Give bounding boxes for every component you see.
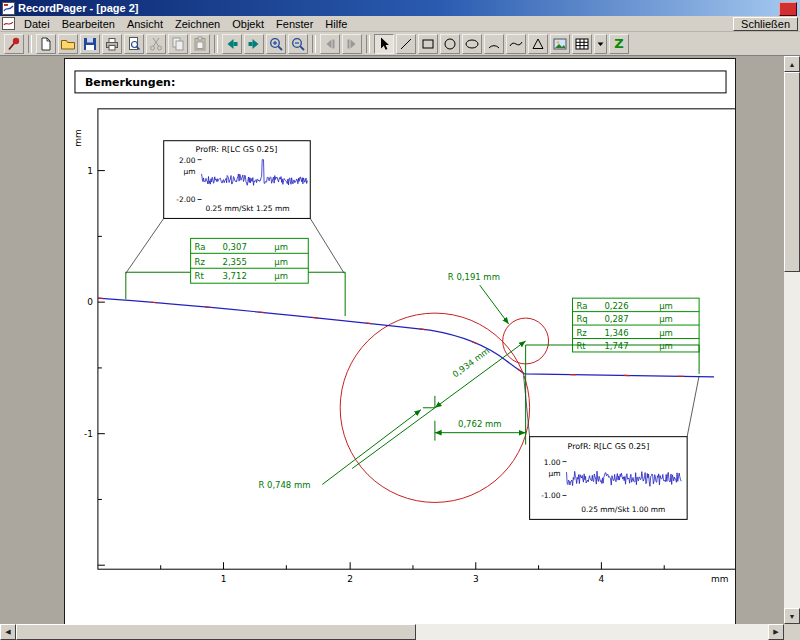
param-unit: µm xyxy=(274,257,288,267)
pin-icon xyxy=(6,36,22,52)
scroll-up-button[interactable]: ▲ xyxy=(784,56,800,72)
document-icon[interactable] xyxy=(2,17,15,30)
print-button[interactable] xyxy=(102,34,122,54)
arc-tool-button[interactable] xyxy=(484,34,504,54)
svg-text:R 0,748 mm: R 0,748 mm xyxy=(258,480,310,490)
y-axis-unit: mm xyxy=(73,129,83,146)
vertical-scroll-thumb[interactable] xyxy=(784,72,800,272)
save-floppy-icon xyxy=(82,36,98,52)
inset-ymin: -1.00 xyxy=(541,491,561,500)
param-value: 3,712 xyxy=(223,271,247,281)
fitted-circles[interactable] xyxy=(340,313,548,502)
curve-tool-button[interactable] xyxy=(506,34,526,54)
zoom-in-icon xyxy=(268,36,284,52)
inset-xlabel: 0.25 mm/Skt 1.25 mm xyxy=(205,204,289,213)
new-document-button[interactable] xyxy=(36,34,56,54)
titlebar-red-button[interactable] xyxy=(779,2,797,16)
open-button[interactable] xyxy=(58,34,78,54)
param-name: Rt xyxy=(576,341,586,351)
dimension-diagonal[interactable]: 0,934 mm xyxy=(352,341,525,469)
pin-button[interactable] xyxy=(4,34,24,54)
param-value: 1,346 xyxy=(604,328,628,338)
menu-zeichnen[interactable]: Zeichnen xyxy=(169,17,226,31)
dimension-radius-large[interactable]: R 0,748 mm xyxy=(258,410,421,491)
grid-dropdown-button[interactable] xyxy=(594,34,607,54)
print-preview-button[interactable] xyxy=(124,34,144,54)
svg-text:0,762 mm: 0,762 mm xyxy=(458,419,501,429)
menubar: Datei Bearbeiten Ansicht Zeichnen Objekt… xyxy=(0,16,800,32)
circle-tool-button[interactable] xyxy=(440,34,460,54)
z-tool-button[interactable]: Z xyxy=(609,34,629,54)
toolbar-separator xyxy=(214,35,218,53)
vertical-scrollbar[interactable]: ▲ ▼ xyxy=(784,56,800,624)
menu-bearbeiten[interactable]: Bearbeiten xyxy=(56,17,121,31)
close-document-button[interactable]: Schließen xyxy=(733,17,798,31)
zoom-in-button[interactable] xyxy=(266,34,286,54)
zoom-out-button[interactable] xyxy=(288,34,308,54)
copy-icon xyxy=(170,36,186,52)
cut-button[interactable] xyxy=(146,34,166,54)
dimension-radius-small[interactable]: R 0,191 mm xyxy=(448,272,509,324)
param-value: 0,307 xyxy=(223,242,247,252)
document-page[interactable]: Bemerkungen: 1 0 -1 mm xyxy=(64,58,736,628)
copy-button[interactable] xyxy=(168,34,188,54)
param-name: Rz xyxy=(195,257,206,267)
inset-yunit: µm xyxy=(548,469,560,478)
titlebar: RecordPager - [page 2] xyxy=(0,0,800,16)
x-tick-label: 3 xyxy=(473,574,479,584)
param-unit: µm xyxy=(659,301,673,311)
save-button[interactable] xyxy=(80,34,100,54)
param-unit: µm xyxy=(274,242,288,252)
zoom-out-icon xyxy=(290,36,306,52)
scroll-right-button[interactable]: ▶ xyxy=(768,624,784,640)
scrollbar-corner xyxy=(784,624,800,640)
menu-datei[interactable]: Datei xyxy=(18,17,56,31)
line-icon xyxy=(398,36,414,52)
param-name: Rz xyxy=(576,328,587,338)
menu-hilfe[interactable]: Hilfe xyxy=(319,17,353,31)
paste-button[interactable] xyxy=(190,34,210,54)
horizontal-scroll-thumb[interactable] xyxy=(16,624,416,640)
ellipse-tool-button[interactable] xyxy=(462,34,482,54)
rectangle-tool-button[interactable] xyxy=(418,34,438,54)
open-folder-icon xyxy=(60,36,76,52)
circle-icon xyxy=(442,36,458,52)
y-tick-label: -1 xyxy=(84,429,93,439)
roughness-inset-bottom[interactable]: ProfR: R[LC GS 0.25] 1.00 µm -1.00 0.25 … xyxy=(530,437,688,520)
x-tick-label: 1 xyxy=(221,574,227,584)
remarks-label: Bemerkungen: xyxy=(85,76,175,89)
previous-page-button[interactable] xyxy=(320,34,340,54)
param-table-right[interactable]: Ra 0,226 µm Rq 0,287 µm Rz 1,346 µm Rt 1… xyxy=(572,298,699,352)
next-page-icon xyxy=(344,36,360,52)
scroll-down-button[interactable]: ▼ xyxy=(784,608,800,624)
line-tool-button[interactable] xyxy=(396,34,416,54)
remarks-box[interactable]: Bemerkungen: xyxy=(75,71,726,93)
menu-objekt[interactable]: Objekt xyxy=(226,17,270,31)
roughness-inset-top[interactable]: ProfR: R[LC GS 0.25] 2.00 µm -2.00 0.25 … xyxy=(164,141,311,219)
image-tool-button[interactable] xyxy=(550,34,570,54)
next-page-button[interactable] xyxy=(342,34,362,54)
param-unit: µm xyxy=(274,271,288,281)
polygon-tool-button[interactable] xyxy=(528,34,548,54)
scroll-left-button[interactable]: ◀ xyxy=(0,624,16,640)
param-unit: µm xyxy=(659,341,673,351)
y-tick-label: 0 xyxy=(87,297,93,307)
horizontal-scrollbar[interactable]: ◀ ▶ xyxy=(0,624,784,640)
print-icon xyxy=(104,36,120,52)
dimension-horizontal[interactable]: 0,762 mm xyxy=(435,419,526,441)
table-tool-button[interactable] xyxy=(572,34,592,54)
navigate-forward-button[interactable] xyxy=(244,34,264,54)
menu-fenster[interactable]: Fenster xyxy=(270,17,319,31)
app-window: RecordPager - [page 2] Datei Bearbeiten … xyxy=(0,0,800,640)
navigate-back-button[interactable] xyxy=(222,34,242,54)
table-icon xyxy=(574,36,590,52)
select-pointer-button[interactable] xyxy=(374,34,394,54)
workspace: Bemerkungen: 1 0 -1 mm xyxy=(0,56,800,640)
menu-ansicht[interactable]: Ansicht xyxy=(121,17,169,31)
x-tick-label: 2 xyxy=(347,574,353,584)
pointer-icon xyxy=(376,36,392,52)
svg-text:0,934 mm: 0,934 mm xyxy=(451,346,492,380)
bottom-inset-callout xyxy=(524,345,699,445)
inset-xlabel: 0.25 mm/Skt 1.00 mm xyxy=(581,505,665,514)
param-table-left[interactable]: Ra 0,307 µm Rz 2,355 µm Rt 3,712 µm xyxy=(191,238,309,283)
